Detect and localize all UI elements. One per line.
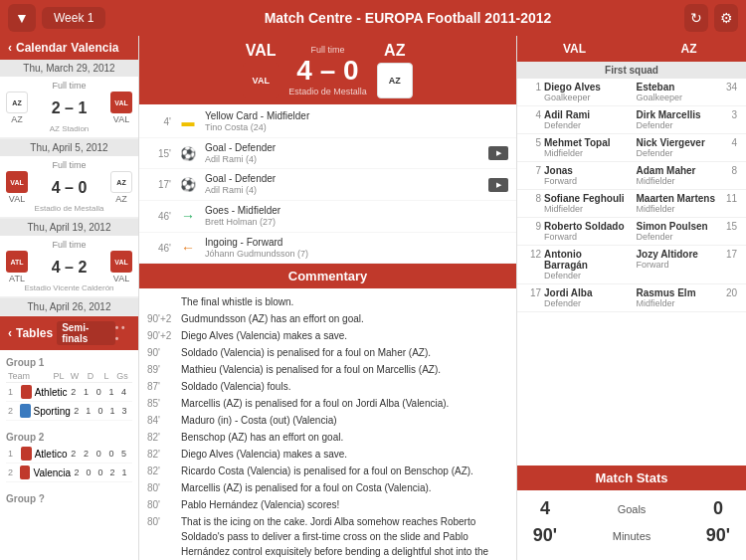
goal-icon-1: ⚽: [177, 142, 199, 164]
rank-2: 2: [8, 406, 17, 416]
home-team-name: VAL: [246, 42, 277, 60]
away-name-3: VAL: [113, 274, 129, 283]
stadium-1: AZ Stadion: [6, 124, 132, 133]
player-row[interactable]: 17 Jordi Alba Defender Rasmus Elm Midfie…: [517, 284, 746, 312]
event-desc-1: Yellow Card - Midfielder Tino Costa (24): [205, 109, 508, 134]
date-label-4: Thu, April 26, 2012: [0, 298, 138, 315]
list-item: 90'+2 Gudmundsson (AZ) has an effort on …: [147, 311, 508, 326]
group-2-table: Group 2 1 Atletico 2 2 0 0 5 2 Valencia …: [0, 425, 138, 486]
player-row[interactable]: 4 Adil Rami Defender Dirk Marcellis Defe…: [517, 106, 746, 134]
list-item: 85' Marcellis (AZ) is penalised for a fo…: [147, 396, 508, 411]
match-group-1: Thu, March 29, 2012 Full time AZ AZ 2 – …: [0, 60, 138, 139]
event-desc-3: Goal - Defender Adil Rami (4): [205, 172, 488, 197]
filter-button[interactable]: ▼: [8, 4, 36, 32]
player-row[interactable]: 9 Roberto Soldado Forward Simon Poulsen …: [517, 218, 746, 246]
match-stats-tab[interactable]: Match Stats: [517, 466, 746, 490]
match-item-3[interactable]: Full time ATL ATL 4 – 2 VAL VAL Estadio …: [0, 236, 138, 297]
list-item: 80' Marcellis (AZ) is penalised for a fo…: [147, 480, 508, 495]
rank-4: 2: [8, 467, 17, 477]
events-list: 4' ▬ Yellow Card - Midfielder Tino Costa…: [139, 104, 516, 264]
away-name-1: VAL: [113, 114, 129, 124]
athletic-logo: [21, 385, 32, 399]
table-row[interactable]: 1 Athletic 2 1 0 1 4: [6, 383, 132, 402]
goals-home-val: 4: [525, 498, 565, 519]
home-name-1: AZ: [11, 114, 23, 124]
valencia-logo-table: [20, 466, 30, 479]
match-big-score: 4 – 0: [296, 55, 358, 87]
commentary-tab[interactable]: Commentary: [139, 264, 516, 288]
match-score-block: Full time 4 – 0 Estadio de Mestalla: [288, 45, 367, 96]
stadium-3: Estadio Vicente Calderón: [6, 283, 132, 292]
stadium-2: Estadio de Mestalla: [6, 204, 132, 213]
away-logo-3: VAL: [110, 251, 132, 273]
away-player-info-6: Simon Poulsen Defender: [637, 221, 720, 242]
event-row[interactable]: 46' ← Ingoing - Forward Jóhann Gudmundss…: [139, 233, 516, 264]
video-icon-1[interactable]: ▶: [488, 146, 508, 160]
event-row[interactable]: 15' ⚽ Goal - Defender Adil Rami (4) ▶: [139, 138, 516, 170]
goals-label: Goals: [565, 503, 698, 515]
match-ft-1: Full time: [6, 81, 132, 91]
sub-in-icon: ←: [177, 237, 199, 259]
date-label-1: Thu, March 29, 2012: [0, 60, 138, 77]
refresh-button[interactable]: ↻: [684, 4, 708, 32]
chevron-left-tables-icon: ‹: [8, 326, 12, 340]
table-row[interactable]: 2 Valencia 2 0 0 2 1: [6, 464, 132, 482]
event-time-1: 4': [147, 116, 171, 127]
home-player-info-8: Jordi Alba Defender: [544, 287, 628, 308]
away-player-info-5: Maarten Martens Midfielder: [637, 193, 720, 214]
tables-label: Tables: [16, 326, 53, 340]
athletic-name: Athletic: [35, 387, 68, 398]
settings-button[interactable]: ⚙: [714, 4, 738, 32]
minutes-label: Minutes: [565, 530, 698, 542]
player-row[interactable]: 12 Antonio Barragán Defender Jozy Altido…: [517, 246, 746, 284]
valencia-name: Valencia: [33, 467, 71, 478]
tables-header[interactable]: ‹ Tables Semi-finals • • •: [0, 316, 138, 350]
away-team-logo: AZ: [377, 63, 413, 98]
header-left: ▼ Week 1: [0, 4, 139, 32]
goal-icon-2: ⚽: [177, 174, 199, 196]
group-1-table: Group 1 Team PL W D L Gs 1 Athletic 2 1 …: [0, 350, 138, 425]
calendar-label: Calendar: [16, 41, 67, 55]
val-col-header: VAL: [517, 36, 632, 62]
match-full-time: Full time: [310, 45, 344, 55]
player-row[interactable]: 5 Mehmet Topal Midfielder Nick Viergever…: [517, 134, 746, 162]
event-row[interactable]: 17' ⚽ Goal - Defender Adil Rami (4) ▶: [139, 169, 516, 201]
away-team-block: AZ AZ: [377, 42, 413, 98]
match-ft-2: Full time: [6, 160, 132, 170]
list-item: 87' Soldado (Valencia) fouls.: [147, 379, 508, 394]
player-row[interactable]: 8 Sofiane Feghouli Midfielder Maarten Ma…: [517, 190, 746, 218]
away-name-2: AZ: [115, 194, 127, 204]
home-player-info-2: Adil Rami Defender: [544, 109, 628, 130]
commentary-body: The final whistle is blown. 90'+2 Gudmun…: [139, 288, 516, 560]
col-l-header: L: [98, 371, 114, 381]
away-player-info-8: Rasmus Elm Midfielder: [637, 287, 720, 308]
event-row[interactable]: 4' ▬ Yellow Card - Midfielder Tino Costa…: [139, 106, 516, 138]
away-player-info-2: Dirk Marcellis Defender: [637, 109, 720, 130]
away-player-info-3: Nick Viergever Defender: [637, 137, 720, 158]
match-item-1[interactable]: Full time AZ AZ 2 – 1 VAL VAL AZ Stadion: [0, 77, 138, 138]
date-label-3: Thu, April 19, 2012: [0, 219, 138, 236]
list-item: 80' Pablo Hernández (Valencia) scores!: [147, 497, 508, 512]
week-selector[interactable]: Week 1: [42, 7, 105, 29]
col-w-header: W: [67, 371, 83, 381]
minutes-home-val: 90': [525, 525, 565, 546]
list-item: 82' Diego Alves (Valencia) makes a save.: [147, 447, 508, 462]
table-row[interactable]: 2 Sporting 2 1 0 1 3: [6, 402, 132, 421]
match-item-2[interactable]: Full time VAL VAL 4 – 0 AZ AZ Estadio de…: [0, 156, 138, 218]
event-time-3: 17': [147, 179, 171, 190]
date-label-2: Thu, April 5, 2012: [0, 139, 138, 156]
list-item: 90' Soldado (Valencia) is penalised for …: [147, 345, 508, 360]
center-panel: VAL VAL Full time 4 – 0 Estadio de Mesta…: [139, 36, 517, 560]
col-pl-header: PL: [51, 371, 67, 381]
table-row[interactable]: 1 Atletico 2 2 0 0 5: [6, 445, 132, 464]
match-score-1: 2 – 1: [28, 99, 110, 117]
home-team-block: VAL VAL: [243, 42, 279, 98]
semifinal-badge: Semi-finals: [57, 321, 115, 345]
list-item: The final whistle is blown.: [147, 294, 508, 309]
player-row[interactable]: 1 Diego Alves Goalkeeper Esteban Goalkee…: [517, 79, 746, 106]
video-icon-2[interactable]: ▶: [488, 178, 508, 192]
player-row[interactable]: 7 Jonas Forward Adam Maher Midfielder 8: [517, 162, 746, 190]
sub-out-icon: →: [177, 205, 199, 227]
event-row[interactable]: 46' → Goes - Midfielder Brett Holman (27…: [139, 201, 516, 233]
calendar-header[interactable]: ‹ Calendar Valencia: [0, 36, 138, 60]
